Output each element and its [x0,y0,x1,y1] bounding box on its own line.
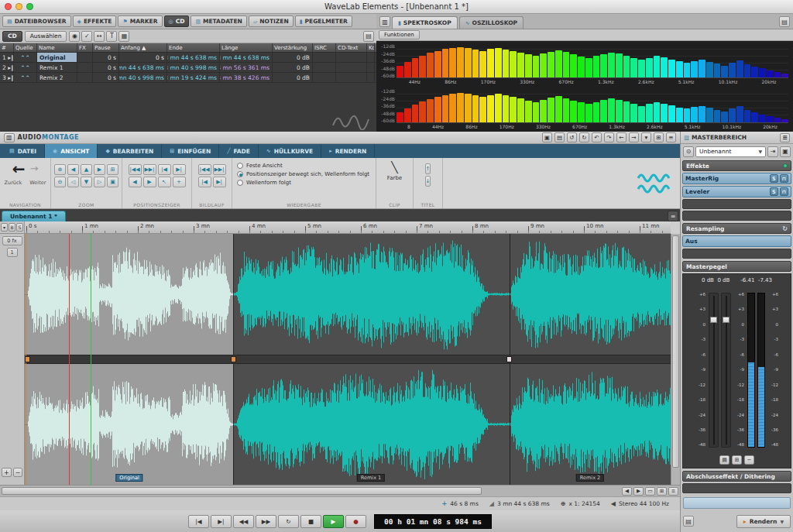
ribbon-tab-hüllkurve[interactable]: ∿HÜLLKURVE [259,144,321,158]
cd-tool-icon-0[interactable]: ◉ [69,31,80,42]
montage-tool-icon-3[interactable]: ↻ [579,132,589,142]
panel-options-icon[interactable]: ▤ [363,31,374,42]
column-header-isrc[interactable]: ISRC [313,43,336,52]
render-options-icon[interactable]: ▤ [683,516,694,527]
montage-tool-icon-1[interactable]: ▤ [554,132,565,142]
column-header-kor[interactable]: Kor [367,43,375,52]
workspace-tab-dateibrowser[interactable]: ▤DATEIBROWSER [2,15,71,27]
zoom-tool-1[interactable]: ◀ [67,164,79,175]
master-menu-icon[interactable]: ≡ [780,133,790,142]
color-picker-icon[interactable]: ╲ [391,161,397,173]
zoom-tool-6[interactable]: ◁ [67,177,79,187]
workspace-tab-cd[interactable]: ◎CD [164,15,190,27]
goto-start-button[interactable]: |◀ [188,515,209,528]
wave-zoom-button-0[interactable]: + [2,468,12,477]
wave-view-button-1[interactable]: ▶ [633,487,644,496]
montage-tool-icon-0[interactable]: ▣ [542,132,552,142]
cursor-tool-2[interactable]: |◀ [158,164,171,175]
waveform-lane-right[interactable] [25,364,671,485]
empty-effect-slot[interactable] [682,211,791,221]
status-zoom-factor[interactable]: ⊕x 1: 24154 [561,500,600,507]
scroll-tool-1[interactable]: ▶▶| [213,164,226,175]
montage-tool-icon-6[interactable]: ← [616,132,627,142]
montage-tool-icon-5[interactable]: ↷ [604,132,614,142]
clip-handle-left[interactable] [25,356,30,362]
cursor-tool-0[interactable]: |◀◀ [129,164,142,175]
cd-tool-icon-4[interactable]: ▦ [118,31,129,42]
fader-thumb[interactable] [710,317,717,323]
column-header-cd-text[interactable]: CD-Text [336,43,367,52]
wave-view-button-0[interactable]: ◀ [622,487,632,496]
track-control-0[interactable]: ▾ [1,223,8,232]
zoom-tool-7[interactable]: ▼ [81,177,92,187]
cd-tool-icon-2[interactable]: ↔ [94,31,105,42]
titel-tool-1[interactable]: ↓ [425,176,431,187]
column-header-pause[interactable]: Pause [93,43,119,52]
forward-button[interactable]: ▶▶ [256,515,276,528]
forward-nav-button[interactable]: → [29,161,38,177]
master-fader-right[interactable] [721,293,731,448]
workspace-tab-marker[interactable]: ⚑MARKER [118,15,162,27]
master-preset-dropdown[interactable]: Unbenannt▼ [695,146,766,157]
vertical-scroll-thumb[interactable] [672,235,679,468]
clip-handle-mid[interactable] [231,356,236,362]
empty-dithering-slot[interactable] [682,483,791,493]
play-button[interactable]: ▶ [323,515,344,528]
back-button[interactable]: ← [12,161,26,177]
ribbon-tab-ansicht[interactable]: ◉ANSICHT [45,144,98,158]
time-display[interactable]: 00 h 01 mn 08 s 984 ms [374,514,492,529]
dithering-section-header[interactable]: Abschlusseffekt / Dithering [682,471,791,482]
cd-tool-icon-1[interactable]: ✓ [81,31,92,42]
montage-tool-icon-10[interactable]: ≡ [666,132,676,142]
workspace-tab-notizen[interactable]: ▱NOTIZEN [249,15,294,27]
effects-section-header[interactable]: Effekte [682,160,791,171]
masterrig-solo-button[interactable]: S [770,174,778,183]
playhead-cursor-green[interactable] [91,234,91,485]
clip-label-remix-1[interactable]: Remix 1 [357,474,385,482]
vertical-scrollbar[interactable] [671,234,680,485]
goto-end-button[interactable]: ▶| [211,515,232,528]
track-control-2[interactable]: S [16,223,23,232]
render-button[interactable]: ▸Rendern▼ [736,515,791,528]
status-audio-format[interactable]: ◀Stereo 44 100 Hz [611,500,669,507]
tab-oszilloskop[interactable]: ∿OSZILLOSKOP [459,16,524,29]
playback-option-1[interactable]: Positionszeiger bewegt sich, Wellenform … [237,171,369,177]
master-fader-left[interactable] [709,293,719,448]
horizontal-scroll-thumb[interactable] [2,487,482,495]
status-cursor-position[interactable]: ◢3 mn 44 s 638 ms [489,500,550,507]
track-fx-button[interactable]: 0 fx [2,236,22,245]
meter-option-button-2[interactable]: − [744,455,754,465]
wave-view-button-2[interactable]: ▭ [645,487,655,496]
montage-tool-icon-7[interactable]: → [629,132,639,142]
preset-edit-icon[interactable]: ▣ [780,146,791,157]
zoom-tool-2[interactable]: ▲ [81,164,92,175]
clip-label-remix-2[interactable]: Remix 2 [576,474,604,482]
montage-tool-icon-9[interactable]: ⊞ [654,132,664,142]
record-button[interactable]: ● [345,515,366,528]
scroll-tool-0[interactable]: |◀◀ [198,164,211,175]
tab-spektroskop[interactable]: ▮SPEKTROSKOP [392,16,458,29]
workspace-tab-pegelmeter[interactable]: ▮PEGELMETER [295,15,352,27]
montage-tool-icon-4[interactable]: ↶ [592,132,602,142]
effect-slot-leveler[interactable]: Leveler S⊓ [682,186,791,197]
horizontal-scrollbar[interactable]: ◀▶▭⊞≡ [0,485,680,496]
zoom-tool-0[interactable]: ⊕ [54,164,66,175]
column-header-name[interactable]: Name [37,43,77,52]
cursor-tool-7[interactable]: + [173,177,186,187]
ribbon-tab-einfügen[interactable]: ⊞EINFÜGEN [162,144,219,158]
table-row[interactable]: 2 ▸‖⌃⌃Remix 10 s3 mn 44 s 638 ms8 mn 40 … [0,63,376,73]
track-control-1[interactable]: B [9,223,15,232]
zoom-tool-3[interactable]: ▶ [94,164,105,175]
stop-button[interactable]: ■ [300,515,321,528]
scroll-tool-3[interactable]: ▶| [213,177,226,187]
ribbon-tab-rendern[interactable]: ▸RENDERN [321,144,375,158]
cursor-tool-1[interactable]: ▶▶| [143,164,156,175]
loop-button[interactable]: ↻ [278,515,299,528]
track-number-button[interactable]: 1 [7,248,18,257]
funktionen-button[interactable]: Funktionen [379,30,420,39]
select-button[interactable]: Auswählen [25,31,67,42]
ribbon-tab-datei[interactable]: ▤DATEI [2,144,45,158]
timeline-ruler[interactable]: 0 s1 mn2 mn3 mn4 mn5 mn6 mn7 mn8 mn9 mn1… [25,221,671,234]
fader-thumb[interactable] [723,317,729,323]
masterrig-bypass-button[interactable]: ⊓ [780,174,788,183]
